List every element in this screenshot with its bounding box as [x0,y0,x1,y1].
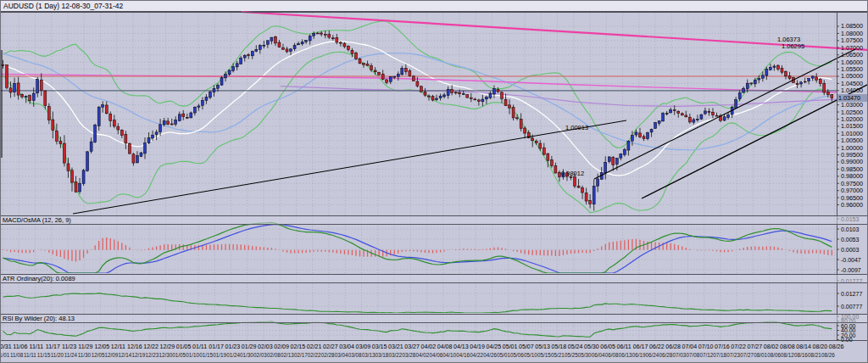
svg-text:03/18: 03/18 [376,352,389,358]
svg-text:06/08: 06/08 [605,352,619,358]
svg-text:06/05: 06/05 [600,343,615,350]
svg-text:12/05: 12/05 [92,352,105,358]
macd-pane-title: MACD/OsMA (12, 26, 9) [1,216,868,225]
svg-text:01/17: 01/17 [209,343,224,350]
svg-text:08/16: 08/16 [794,352,808,358]
price-annotation-high-2: 1.06295 [782,43,804,50]
svg-text:12/19: 12/19 [132,352,146,358]
svg-text:03/22: 03/22 [389,352,403,358]
svg-text:11/30: 11/30 [78,352,92,358]
svg-text:11/11: 11/11 [24,352,36,358]
svg-text:0.00777: 0.00777 [841,304,862,310]
svg-text:01/24: 01/24 [226,352,240,358]
svg-text:04/10: 04/10 [442,352,456,358]
svg-text:03/09: 03/09 [356,343,371,350]
svg-text:0.00: 0.00 [841,337,853,343]
svg-text:11/11: 11/11 [30,343,44,350]
svg-text:06/13: 06/13 [619,352,632,358]
svg-text:11/08: 11/08 [10,352,24,358]
svg-text:06/28: 06/28 [659,352,673,358]
svg-text:05/18: 05/18 [552,343,567,350]
svg-text:07/18: 07/18 [713,352,726,358]
svg-text:01/11: 01/11 [192,343,207,350]
svg-text:05/07: 05/07 [519,343,534,350]
svg-text:05/30: 05/30 [578,352,592,358]
svg-text:0.96000: 0.96000 [841,201,863,209]
svg-text:04/02: 04/02 [415,352,429,358]
svg-text:0.0003: 0.0003 [841,247,860,253]
price-axis-layer: 1.085001.080001.075001.070001.065001.060… [837,22,863,343]
svg-text:03/15: 03/15 [372,343,387,350]
svg-text:08/26: 08/26 [821,352,835,358]
overlay-layer [1,21,837,213]
svg-text:11/01: 11/01 [1,352,10,358]
svg-text:0.0103: 0.0103 [841,226,860,232]
svg-text:01/19: 01/19 [213,352,226,358]
svg-text:07/27: 07/27 [748,343,763,350]
rsi-pane-title: RSI By Wilder (20): 48.13 [1,315,868,323]
svg-text:12/16: 12/16 [127,343,142,350]
svg-text:05/25: 05/25 [565,352,578,358]
current-price-badge: 1.03470 [837,94,868,102]
svg-text:04/08: 04/08 [437,343,453,350]
svg-text:02/21: 02/21 [307,343,322,350]
svg-text:03/21: 03/21 [388,343,403,350]
svg-text:12/09: 12/09 [105,352,119,358]
svg-text:0.0053: 0.0053 [841,237,860,243]
svg-text:08/21: 08/21 [808,352,821,358]
svg-text:05/06: 05/06 [510,352,524,358]
macd-layer [3,222,832,273]
svg-text:02/03: 02/03 [253,352,267,358]
svg-text:06/17: 06/17 [633,343,648,350]
chart-canvas[interactable]: 1.085001.080001.075001.070001.065001.060… [1,1,868,363]
svg-text:04/22: 04/22 [470,352,483,358]
svg-text:01/23: 01/23 [225,343,241,350]
svg-text:12/22: 12/22 [143,343,159,350]
svg-text:08/01: 08/01 [754,352,767,358]
svg-text:05/01: 05/01 [497,352,510,358]
grid-layer [1,13,837,340]
svg-text:03/04: 03/04 [335,352,348,358]
svg-text:07/22: 07/22 [731,343,746,350]
svg-text:02/13: 02/13 [281,352,294,358]
svg-text:12/14: 12/14 [119,352,132,358]
svg-text:1.04000: 1.04000 [841,87,863,94]
svg-text:04/25: 04/25 [487,343,502,350]
svg-text:11/17: 11/17 [46,343,60,350]
svg-text:02/09: 02/09 [274,343,289,350]
svg-text:05/13: 05/13 [535,343,550,350]
svg-text:05/21: 05/21 [551,352,565,358]
svg-text:06/22: 06/22 [649,343,665,350]
svg-text:02/08: 02/08 [267,352,281,358]
svg-text:-0.0097: -0.0097 [841,267,861,273]
svg-text:04/16: 04/16 [456,352,470,358]
svg-text:11/23: 11/23 [62,343,76,350]
svg-text:03/13: 03/13 [362,352,376,358]
svg-text:11/20: 11/20 [51,352,64,358]
svg-text:02/15: 02/15 [291,343,306,350]
svg-text:05/30: 05/30 [584,343,599,350]
svg-text:07/27: 07/27 [740,352,754,358]
svg-text:07/03: 07/03 [673,352,687,358]
svg-text:10/31: 10/31 [1,343,12,350]
atr-layer [3,293,832,313]
svg-text:05/10: 05/10 [524,352,537,358]
price-annotation-low: 0.98012 [561,170,584,177]
svg-text:07/16: 07/16 [715,343,730,350]
svg-text:07/04: 07/04 [682,343,698,350]
date-axis-layer: 10/3111/0611/1111/1711/2311/2912/0512/11… [1,343,844,358]
svg-text:02/28: 02/28 [321,352,335,358]
svg-text:03/27: 03/27 [404,343,420,350]
svg-text:03/28: 03/28 [403,352,416,358]
svg-text:03/04: 03/04 [339,343,354,350]
svg-text:02/17: 02/17 [294,352,308,358]
svg-text:11/24: 11/24 [64,352,78,358]
svg-text:07/23: 07/23 [726,352,740,358]
svg-text:01/05: 01/05 [172,352,186,358]
svg-text:04/02: 04/02 [421,343,437,350]
svg-text:12/29: 12/29 [160,343,175,350]
svg-text:12/30: 12/30 [159,352,172,358]
chart-window: AUDUSD (1 Day) 12-08-30_07-31-42 1.08500… [0,0,868,363]
svg-text:-0.0047: -0.0047 [841,257,861,263]
svg-text:05/01: 05/01 [503,343,518,350]
